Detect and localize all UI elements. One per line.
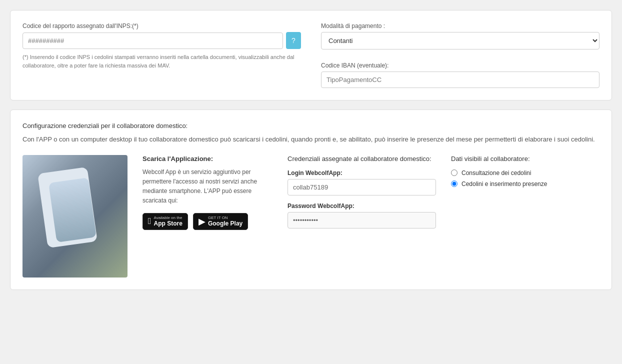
payment-section: Modalità di pagamento : Contanti Bonific… [321,22,600,88]
inps-payment-card: Codice del rapporto assegnato dall'INPS:… [10,10,612,100]
download-column: Scarica l'Applicazione: Webcolf App è un… [142,155,272,230]
login-label: Login WebcolfApp: [288,170,436,176]
login-field-group: Login WebcolfApp: [288,170,436,196]
google-play-badge[interactable]: ▶ GET IT ON Google Play [193,213,248,230]
data-visible-title: Dati visibili al collaboratore: [451,155,600,162]
download-title: Scarica l'Applicazione: [142,155,272,162]
config-title: Configurazione credenziali per il collab… [22,122,600,130]
inps-input-group: ? [22,32,301,49]
inps-hint-text: (*) Inserendo il codice INPS i cedolini … [22,53,301,70]
google-play-top-text: GET IT ON [208,216,242,220]
data-visible-column: Dati visibili al collaboratore: Consulta… [451,155,600,192]
app-store-text: Available on the App Store [154,216,182,227]
password-input[interactable] [288,212,436,228]
radio-option-cedolini: Consultazione dei cedolini [451,170,600,176]
login-input[interactable] [288,179,436,196]
iban-label: Codice IBAN (eventuale): [321,62,600,69]
inps-info-button[interactable]: ? [286,32,301,49]
inps-input[interactable] [22,32,283,49]
radio-presenze-label: Cedolini e inserimento presenze [462,180,547,188]
iban-input[interactable] [321,72,600,88]
download-text: Webcolf App è un servizio aggiuntivo per… [142,168,272,206]
app-person-image [22,155,128,278]
google-play-main-text: Google Play [208,220,242,227]
app-section: Scarica l'Applicazione: Webcolf App è un… [22,155,600,278]
app-store-top-text: Available on the [154,216,182,220]
app-store-main-text: App Store [154,220,182,227]
credentials-title: Credenziali assegnate al collaboratore d… [288,155,436,162]
google-play-icon: ▶ [198,216,206,227]
store-badges:  Available on the App Store ▶ GET IT ON… [142,213,272,230]
credentials-card: Configurazione credenziali per il collab… [10,110,612,290]
radio-cedolini-label: Consultazione dei cedolini [462,170,531,176]
credentials-column: Credenziali assegnate al collaboratore d… [288,155,436,236]
radio-option-presenze: Cedolini e inserimento presenze [451,180,600,188]
payment-label: Modalità di pagamento : [321,22,600,30]
inps-section: Codice del rapporto assegnato dall'INPS:… [22,22,301,88]
apple-icon:  [148,216,152,226]
payment-select[interactable]: Contanti Bonifico Assegno [321,32,600,50]
radio-presenze-input[interactable] [451,180,458,187]
password-field-group: Password WebcolfApp: [288,202,436,228]
radio-cedolini-input[interactable] [451,170,458,176]
google-play-text: GET IT ON Google Play [208,216,242,227]
config-description: Con l'APP o con un computer desktop il t… [22,134,600,145]
password-label: Password WebcolfApp: [288,202,436,210]
inps-label: Codice del rapporto assegnato dall'INPS:… [22,22,301,30]
app-store-badge[interactable]:  Available on the App Store [142,213,188,230]
